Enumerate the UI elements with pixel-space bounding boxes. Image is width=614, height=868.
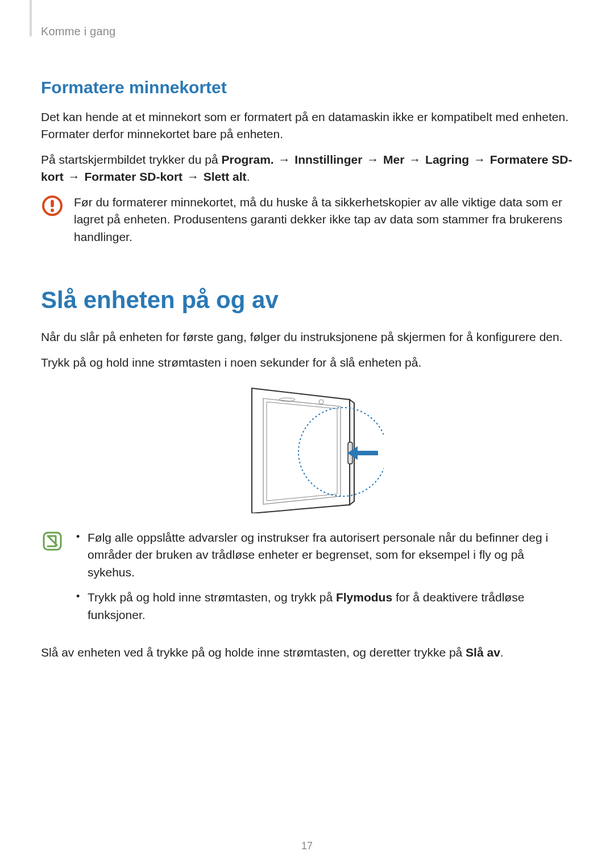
arrow-icon: →: [277, 151, 292, 168]
power-off-bold: Slå av: [466, 646, 500, 659]
warning-icon: [41, 194, 64, 217]
note-text-block: Følg alle oppslåtte advarsler og instruk…: [74, 529, 573, 632]
breadcrumb: Komme i gang: [41, 25, 573, 38]
document-page: Komme i gang Formatere minnekortet Det k…: [0, 0, 614, 868]
section-heading-power: Slå enheten på og av: [41, 286, 573, 314]
arrow-icon: →: [366, 151, 380, 168]
note-callout: Følg alle oppslåtte advarsler og instruk…: [41, 529, 573, 632]
nav-slett-alt: Slett alt: [204, 170, 247, 183]
warning-text: Før du formaterer minnekortet, må du hus…: [74, 194, 573, 246]
paragraph-power-off: Slå av enheten ved å trykke på og holde …: [41, 644, 573, 661]
arrow-icon: →: [408, 151, 422, 168]
device-power-illustration: [41, 383, 573, 513]
nav-formater-sd: Formater SD-kort: [84, 170, 182, 183]
arrow-icon: →: [472, 151, 487, 168]
paragraph-format-nav: På startskjermbildet trykker du på Progr…: [41, 151, 573, 186]
note-item-1: Følg alle oppslåtte advarsler og instruk…: [74, 529, 573, 581]
power-off-prefix: Slå av enheten ved å trykke på og holde …: [41, 646, 466, 659]
arrow-icon: →: [186, 168, 200, 185]
nav-program: Program.: [221, 153, 273, 166]
nav-prefix: På startskjermbildet trykker du på: [41, 153, 221, 166]
nav-lagring: Lagring: [425, 153, 469, 166]
svg-rect-1: [51, 200, 54, 207]
svg-point-2: [51, 209, 54, 212]
note-icon: [41, 529, 64, 552]
subsection-heading-format: Formatere minnekortet: [41, 78, 573, 97]
paragraph-power-first: Når du slår på enheten for første gang, …: [41, 329, 573, 346]
page-number: 17: [0, 840, 614, 852]
header-left-bar: [30, 0, 32, 36]
period: .: [247, 170, 250, 183]
note2-prefix: Trykk på og hold inne strømtasten, og tr…: [88, 591, 336, 604]
warning-callout: Før du formaterer minnekortet, må du hus…: [41, 194, 573, 246]
paragraph-format-intro: Det kan hende at et minnekort som er for…: [41, 109, 573, 143]
note2-bold: Flymodus: [336, 591, 392, 604]
arrow-icon: →: [67, 168, 81, 185]
paragraph-power-hold: Trykk på og hold inne strømtasten i noen…: [41, 354, 573, 371]
note-list: Følg alle oppslåtte advarsler og instruk…: [74, 529, 573, 624]
nav-mer: Mer: [383, 153, 404, 166]
nav-innstillinger: Innstillinger: [294, 153, 362, 166]
note-item-2: Trykk på og hold inne strømtasten, og tr…: [74, 589, 573, 624]
power-off-suffix: .: [500, 646, 504, 659]
